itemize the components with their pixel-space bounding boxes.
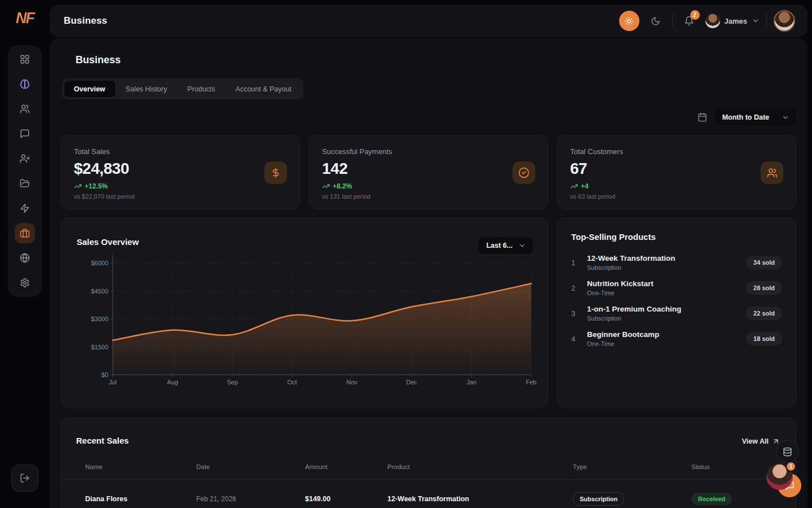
table-header-row: Name Date Amount Product Type Status [61,463,796,470]
svg-text:$4500: $4500 [91,288,108,295]
tab-sales-history[interactable]: Sales History [116,81,177,97]
sidebar-nav [8,45,42,297]
stat-comparison: vs 131 last period [322,193,535,200]
view-all-link[interactable]: View All [742,437,780,445]
sold-count-badge: 28 sold [746,281,782,295]
sidebar-item-settings[interactable] [15,273,35,293]
column-header: Type [573,463,691,470]
table-row[interactable]: Diana Flores Feb 21, 2026 $149.00 12-Wee… [61,487,796,508]
sold-count-badge: 18 sold [746,332,782,345]
trending-up-icon [322,182,330,190]
sale-date: Feb 21, 2026 [196,495,305,503]
dashboard-grid-icon [20,54,30,64]
stat-card-total-sales: Total Sales $24,830 +12.5% vs $22,070 la… [61,135,300,209]
product-type: Subscription [587,264,746,271]
stat-label: Total Sales [74,147,287,156]
product-name: 12-Week Transformation [587,254,746,262]
sidebar-item-clients[interactable] [15,99,35,119]
brand-logo[interactable]: NF [11,10,38,27]
product-rank: 2 [571,284,587,292]
user-add-icon [20,154,30,164]
globe-icon [20,253,30,263]
calendar-icon [698,112,707,122]
svg-text:Oct: Oct [287,379,297,386]
stat-value: 142 [322,160,535,178]
chevron-down-icon [782,113,789,121]
status-badge: Received [691,493,732,505]
date-filter-row: Month to Date [698,108,796,126]
date-range-select[interactable]: Month to Date [714,108,796,126]
svg-text:Aug: Aug [167,379,178,386]
stat-trend: +8.2% [333,182,352,190]
data-widget-button[interactable] [776,440,798,463]
sidebar-item-add-client[interactable] [15,148,35,169]
recent-sales-title: Recent Sales [76,436,129,445]
main-panel: Business Overview Sales History Products… [50,38,807,508]
column-header: Product [387,463,573,470]
product-rank: 1 [571,259,587,267]
table-divider [61,479,796,480]
sale-customer-name: Diana Flores [85,495,196,503]
sidebar-item-business[interactable] [15,223,35,243]
light-theme-button[interactable] [619,11,639,31]
tab-overview[interactable]: Overview [64,81,115,97]
list-item[interactable]: 4 Beginner BootcampOne-Time 18 sold [571,330,782,347]
folder-icon [20,178,30,189]
chat-unread-badge: 1 [785,461,796,472]
sold-count-badge: 34 sold [746,256,782,269]
dollar-icon [264,161,287,184]
product-type: One-Time [587,340,746,347]
notifications-button[interactable]: 2 [679,11,699,30]
customers-icon [761,161,783,184]
top-products-title: Top-Selling Products [571,232,782,242]
chat-icon [20,129,30,139]
support-agent-avatar[interactable]: 1 [766,463,793,490]
sales-overview-card: Sales Overview Last 6... $0$1500$3000$45… [61,218,548,408]
stat-trend: +4 [581,182,589,190]
svg-text:Jul: Jul [109,379,117,386]
stat-card-successful-payments: Successful Payments 142 +8.2% vs 131 las… [309,135,548,209]
chevron-down-icon [752,17,760,25]
sold-count-badge: 22 sold [746,306,782,320]
column-header: Date [196,463,305,470]
svg-text:$3000: $3000 [91,316,108,322]
list-item[interactable]: 1 12-Week TransformationSubscription 34 … [571,254,782,271]
sun-icon [624,16,634,26]
header-divider [766,14,767,28]
sale-amount: $149.00 [305,495,387,503]
sidebar-item-ai[interactable] [15,74,35,94]
column-header: Amount [305,463,387,470]
header-divider [672,14,673,28]
product-type: Subscription [587,315,746,322]
sidebar-item-dashboard[interactable] [15,49,35,69]
list-item[interactable]: 3 1-on-1 Premium CoachingSubscription 22… [571,305,782,322]
users-icon [20,104,30,114]
svg-text:Nov: Nov [346,379,358,386]
stat-comparison: vs $22,070 last period [74,193,287,200]
profile-avatar[interactable] [774,10,795,32]
logout-button[interactable] [11,465,38,492]
database-icon [783,447,792,457]
tab-products[interactable]: Products [178,81,224,97]
sidebar-item-files[interactable] [15,173,35,194]
stat-card-total-customers: Total Customers 67 +4 vs 63 last period [557,135,796,209]
top-products-card: Top-Selling Products 1 12-Week Transform… [557,218,796,408]
sidebar-item-automations[interactable] [15,198,35,218]
page-title: Business [76,54,121,66]
trending-up-icon [74,182,82,190]
dark-theme-button[interactable] [646,11,665,30]
tab-bar: Overview Sales History Products Account … [62,78,303,99]
top-header-bar: Business 2 James [50,5,807,37]
sales-chart: $0$1500$3000$4500$6000JulAugSepOctNovDec… [61,218,549,409]
user-menu[interactable]: James [705,14,760,28]
stat-trend: +12.5% [85,182,108,190]
stat-comparison: vs 63 last period [570,193,783,200]
product-rank: 3 [571,309,587,318]
tab-account-payout[interactable]: Account & Payout [226,81,301,97]
sale-product: 12-Week Transformation [387,495,573,503]
svg-text:$1500: $1500 [91,344,108,351]
sidebar-item-website[interactable] [15,248,35,268]
list-item[interactable]: 2 Nutrition KickstartOne-Time 28 sold [571,279,782,296]
lightning-icon [20,203,30,213]
sidebar-item-messages[interactable] [15,124,35,144]
